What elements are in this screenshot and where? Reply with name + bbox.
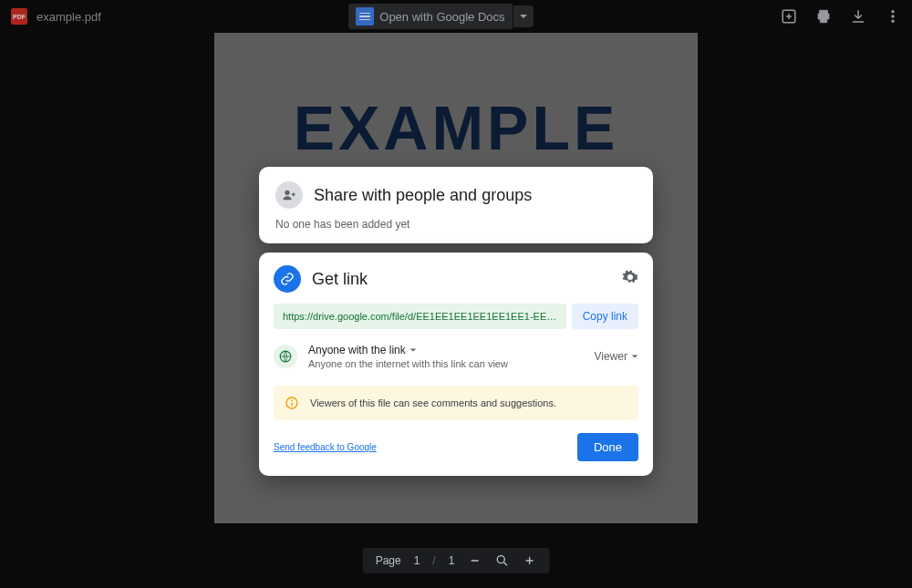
link-icon xyxy=(274,265,301,293)
person-add-icon xyxy=(275,181,303,209)
role-dropdown[interactable]: Viewer xyxy=(595,350,638,363)
share-people-card[interactable]: Share with people and groups No one has … xyxy=(259,167,653,243)
globe-icon xyxy=(274,345,297,368)
share-people-title: Share with people and groups xyxy=(314,186,532,205)
zoom-out-icon[interactable] xyxy=(467,553,482,568)
page-label: Page xyxy=(376,554,401,567)
access-scope-label: Anyone with the link xyxy=(308,344,406,356)
share-link-field[interactable]: https://drive.google.com/file/d/EE1EE1EE… xyxy=(274,304,566,329)
send-feedback-link[interactable]: Send feedback to Google xyxy=(274,442,377,452)
share-dialog: Share with people and groups No one has … xyxy=(259,167,653,485)
share-people-subtitle: No one has been added yet xyxy=(275,218,637,231)
zoom-in-icon[interactable] xyxy=(522,553,536,568)
svg-rect-9 xyxy=(291,402,292,406)
access-scope-description: Anyone on the internet with this link ca… xyxy=(308,358,508,369)
get-link-card: Get link https://drive.google.com/file/d… xyxy=(259,253,653,476)
info-icon xyxy=(285,396,299,410)
page-current[interactable]: 1 xyxy=(414,554,420,567)
get-link-title: Get link xyxy=(312,270,368,289)
done-button[interactable]: Done xyxy=(577,433,638,461)
page-controls: Page 1 / 1 xyxy=(363,548,550,573)
role-label: Viewer xyxy=(595,350,627,363)
notice-text: Viewers of this file can see comments an… xyxy=(310,397,556,408)
notice-banner: Viewers of this file can see comments an… xyxy=(274,386,638,420)
page-total: 1 xyxy=(449,554,455,567)
copy-link-button[interactable]: Copy link xyxy=(572,304,638,329)
svg-point-4 xyxy=(497,556,504,563)
page-separator: / xyxy=(432,554,435,567)
access-scope-dropdown[interactable]: Anyone with the link xyxy=(308,344,508,356)
settings-icon[interactable] xyxy=(622,269,638,289)
chevron-down-icon xyxy=(631,350,638,363)
zoom-reset-icon[interactable] xyxy=(494,553,509,568)
svg-point-5 xyxy=(285,191,289,195)
chevron-down-icon xyxy=(409,344,417,356)
svg-point-8 xyxy=(291,399,293,401)
